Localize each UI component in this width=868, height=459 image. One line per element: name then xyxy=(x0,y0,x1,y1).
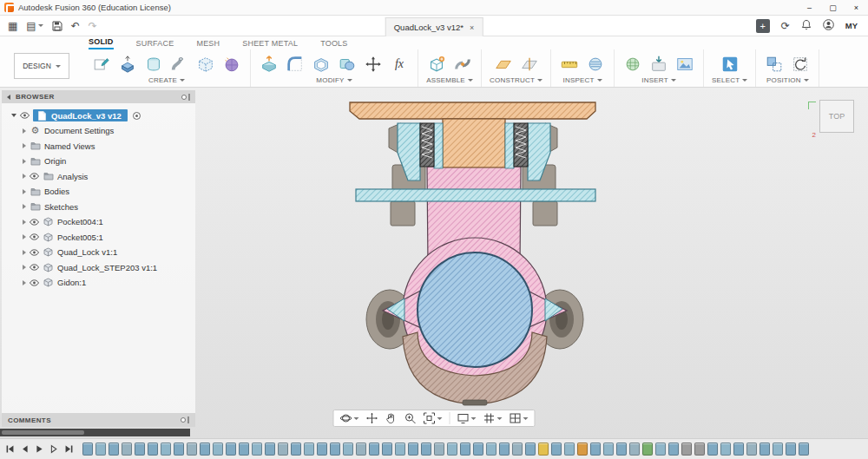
section-analysis-icon[interactable] xyxy=(585,54,606,75)
browser-item-document-settings[interactable]: ⚙Document Settings xyxy=(2,123,195,139)
extrude-icon[interactable] xyxy=(117,54,138,75)
timeline-feature-icon[interactable] xyxy=(564,443,575,456)
timeline-skip-end-icon[interactable] xyxy=(64,442,74,457)
tab-sheet-metal[interactable]: SHEET METAL xyxy=(242,39,298,49)
timeline-feature-icon[interactable] xyxy=(668,443,679,456)
timeline-feature-icon[interactable] xyxy=(148,443,158,456)
browser-item-sketches[interactable]: Sketches xyxy=(2,200,195,215)
timeline-feature-icon[interactable] xyxy=(447,443,457,456)
browser-item-named-views[interactable]: Named Views xyxy=(2,139,195,154)
timeline-feature-icon[interactable] xyxy=(746,443,757,456)
group-label-select[interactable]: SELECT xyxy=(712,76,747,84)
timeline-feature-icon[interactable] xyxy=(473,443,483,456)
form-sphere-icon[interactable] xyxy=(221,54,242,75)
group-label-position[interactable]: POSITION xyxy=(766,76,809,84)
press-pull-icon[interactable] xyxy=(259,54,279,75)
visibility-eye-icon[interactable] xyxy=(30,264,39,271)
group-label-assemble[interactable]: ASSEMBLE xyxy=(426,76,473,84)
expand-caret-icon[interactable] xyxy=(23,189,26,194)
group-label-create[interactable]: CREATE xyxy=(148,76,185,84)
scrollbar-thumb[interactable] xyxy=(2,430,84,435)
timeline-feature-icon[interactable] xyxy=(577,443,588,456)
shell-icon[interactable] xyxy=(311,54,332,75)
timeline-feature-icon[interactable] xyxy=(421,443,431,456)
timeline-feature-icon[interactable] xyxy=(681,443,692,456)
timeline-feature-icon[interactable] xyxy=(799,443,809,456)
expand-caret-icon[interactable] xyxy=(23,250,26,255)
timeline-feature-icon[interactable] xyxy=(590,443,601,456)
visibility-eye-icon[interactable] xyxy=(30,173,39,180)
fillet-icon[interactable] xyxy=(285,54,306,75)
grid-settings-icon[interactable] xyxy=(483,412,503,424)
move-copy-icon[interactable] xyxy=(363,54,384,75)
data-panel-grid-icon[interactable]: ▦ xyxy=(8,21,17,31)
box-primitive-icon[interactable] xyxy=(195,54,216,75)
timeline-feature-icon[interactable] xyxy=(108,443,119,456)
hand-tool-icon[interactable] xyxy=(385,412,398,424)
undo-icon[interactable]: ↶ xyxy=(71,21,80,31)
expand-caret-icon[interactable] xyxy=(23,143,26,148)
browser-item-pocket005-1[interactable]: Pocket005:1 xyxy=(2,230,195,246)
notification-bell-icon[interactable] xyxy=(801,18,812,34)
measure-icon[interactable] xyxy=(559,54,580,75)
display-settings-icon[interactable] xyxy=(457,412,477,424)
capture-position-icon[interactable] xyxy=(764,54,785,75)
timeline-feature-icon[interactable] xyxy=(786,443,796,456)
close-icon[interactable]: × xyxy=(845,0,868,15)
create-sketch-icon[interactable] xyxy=(91,54,112,75)
timeline-feature-icon[interactable] xyxy=(239,443,249,456)
pan-icon[interactable] xyxy=(366,412,378,424)
new-tab-icon[interactable]: + xyxy=(756,19,770,33)
group-label-construct[interactable]: CONSTRUCT xyxy=(490,76,542,84)
job-status-sync-icon[interactable]: ⟳ xyxy=(781,20,790,32)
visibility-eye-icon[interactable] xyxy=(30,279,39,286)
browser-horizontal-scrollbar[interactable] xyxy=(0,429,190,436)
timeline-feature-icon[interactable] xyxy=(642,443,653,456)
browser-item-origin[interactable]: Origin xyxy=(2,154,195,169)
browser-item-analysis[interactable]: Analysis xyxy=(2,169,195,185)
group-label-inspect[interactable]: INSPECT xyxy=(562,76,602,84)
browser-item-gidon-1[interactable]: Gidon:1 xyxy=(2,275,195,291)
visibility-eye-icon[interactable] xyxy=(30,233,39,240)
tab-solid[interactable]: SOLID xyxy=(89,37,114,49)
timeline-feature-icon[interactable] xyxy=(278,443,288,456)
browser-item-bodies[interactable]: Bodies xyxy=(2,184,195,200)
visibility-eye-icon[interactable] xyxy=(20,112,30,119)
viewcube-top-face[interactable]: TOP xyxy=(829,112,845,121)
timeline-feature-icon[interactable] xyxy=(486,443,496,456)
timeline-feature-icon[interactable] xyxy=(616,443,627,456)
workspace-selector[interactable]: DESIGN xyxy=(14,53,69,79)
minimize-icon[interactable]: – xyxy=(798,0,821,15)
timeline-feature-icon[interactable] xyxy=(265,443,275,456)
browser-root-item[interactable]: QuadLock_v3 v12 xyxy=(2,108,195,123)
timeline-feature-icon[interactable] xyxy=(720,443,731,456)
timeline-feature-icon[interactable] xyxy=(317,443,327,456)
timeline-feature-icon[interactable] xyxy=(773,443,783,456)
timeline-feature-icon[interactable] xyxy=(629,443,640,456)
viewcube[interactable]: TOP xyxy=(819,100,854,133)
sweep-icon[interactable] xyxy=(169,54,190,75)
timeline-play-icon[interactable] xyxy=(35,442,44,457)
timeline-feature-icon[interactable] xyxy=(304,443,314,456)
viewports-icon[interactable] xyxy=(510,412,529,424)
save-icon[interactable] xyxy=(52,21,62,31)
expand-caret-icon[interactable] xyxy=(11,114,16,117)
expand-caret-icon[interactable] xyxy=(23,265,26,270)
combine-icon[interactable] xyxy=(337,54,358,75)
browser-header[interactable]: BROWSER xyxy=(2,90,195,103)
collapse-browser-icon[interactable] xyxy=(7,95,10,100)
revert-position-icon[interactable] xyxy=(790,54,811,75)
timeline-feature-icon[interactable] xyxy=(330,443,340,456)
timeline-feature-icon[interactable] xyxy=(174,443,184,456)
new-component-icon[interactable] xyxy=(426,54,447,75)
expand-caret-icon[interactable] xyxy=(23,159,26,164)
select-tool-icon[interactable] xyxy=(720,54,740,75)
timeline-feature-icon[interactable] xyxy=(187,443,197,456)
redo-icon[interactable]: ↷ xyxy=(89,21,97,31)
visibility-eye-icon[interactable] xyxy=(30,249,39,256)
change-parameters-fx-icon[interactable]: fx xyxy=(389,54,410,75)
tab-mesh[interactable]: MESH xyxy=(196,39,220,49)
zoom-icon[interactable] xyxy=(404,412,417,424)
expand-caret-icon[interactable] xyxy=(23,204,26,209)
timeline-feature-icon[interactable] xyxy=(434,443,444,456)
